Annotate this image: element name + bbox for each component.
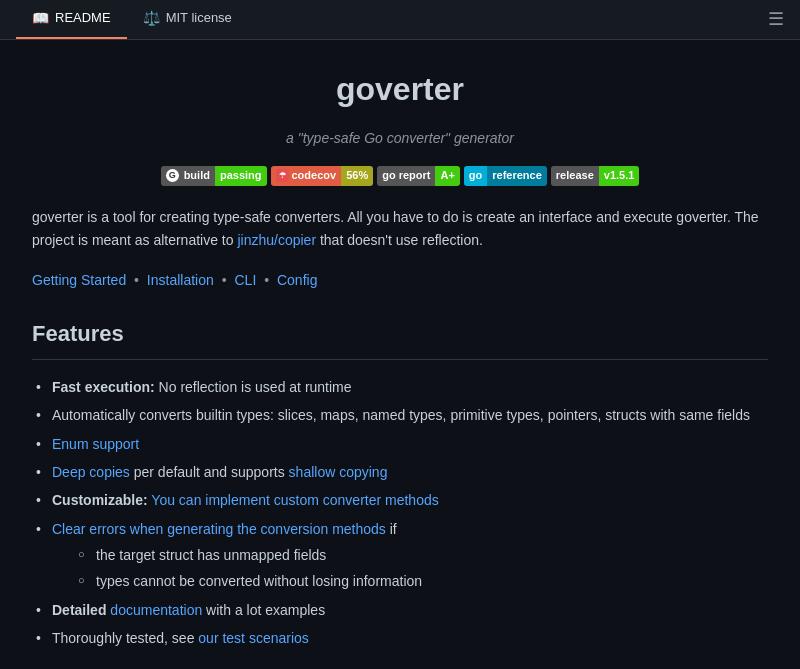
content-area: goverter a "type-safe Go converter" gene… <box>0 40 800 669</box>
description: goverter is a tool for creating type-saf… <box>32 206 768 254</box>
feature-item-4: Deep copies per default and supports sha… <box>32 461 768 483</box>
build-badge[interactable]: G build passing <box>161 166 267 186</box>
documentation-link[interactable]: documentation <box>110 602 202 618</box>
feature-6-sublist: the target struct has unmapped fields ty… <box>52 544 768 593</box>
tab-mit-license[interactable]: ⚖️ MIT license <box>127 0 248 39</box>
build-badge-left-text: build <box>184 167 210 185</box>
nav-links: Getting Started • Installation • CLI • C… <box>32 269 768 291</box>
sublist-item-1: the target struct has unmapped fields <box>76 544 768 566</box>
go-report-badge[interactable]: go report A+ <box>377 166 460 186</box>
go-reference-badge-left: go <box>464 166 487 186</box>
separator-2: • <box>222 272 231 288</box>
feature-7-text: with a lot examples <box>206 602 325 618</box>
codecov-icon: ☂ <box>276 169 289 182</box>
enum-support-link[interactable]: Enum support <box>52 436 139 452</box>
sublist-item-2: types cannot be converted without losing… <box>76 570 768 592</box>
github-icon: G <box>166 169 179 182</box>
go-reference-badge[interactable]: go reference <box>464 166 547 186</box>
description-text-after: that doesn't use reflection. <box>316 232 483 248</box>
release-badge[interactable]: release v1.5.1 <box>551 166 640 186</box>
custom-converter-link[interactable]: You can implement custom converter metho… <box>151 492 438 508</box>
clear-errors-link[interactable]: Clear errors when generating the convers… <box>52 521 386 537</box>
badges-container: G build passing ☂ codecov 56% go report … <box>32 166 768 186</box>
feature-item-6: Clear errors when generating the convers… <box>32 518 768 593</box>
sublist-1-text: the target struct has unmapped fields <box>96 547 326 563</box>
test-scenarios-link[interactable]: our test scenarios <box>198 630 309 646</box>
menu-icon[interactable]: ☰ <box>768 5 784 34</box>
repo-subtitle: a "type-safe Go converter" generator <box>32 127 768 149</box>
go-report-badge-left: go report <box>377 166 435 186</box>
features-section: Features Fast execution: No reflection i… <box>32 316 768 650</box>
feature-1-bold: Fast execution: <box>52 379 155 395</box>
top-bar: 📖 README ⚖️ MIT license ☰ <box>0 0 800 40</box>
go-reference-left-text: go <box>469 167 482 185</box>
sublist-2-text: types cannot be converted without losing… <box>96 573 422 589</box>
nav-config[interactable]: Config <box>277 272 317 288</box>
jinzhu-copier-link[interactable]: jinzhu/copier <box>237 232 316 248</box>
nav-installation[interactable]: Installation <box>147 272 214 288</box>
codecov-badge-left: ☂ codecov <box>271 166 342 186</box>
feature-item-3: Enum support <box>32 433 768 455</box>
tab-readme-label: README <box>55 8 111 29</box>
features-list: Fast execution: No reflection is used at… <box>32 376 768 650</box>
codecov-badge[interactable]: ☂ codecov 56% <box>271 166 374 186</box>
features-heading: Features <box>32 316 768 360</box>
feature-2-text: Automatically converts builtin types: sl… <box>52 407 750 423</box>
readme-icon: 📖 <box>32 7 49 29</box>
build-badge-right: passing <box>215 166 267 186</box>
tab-mit-license-label: MIT license <box>166 8 232 29</box>
feature-1-text: No reflection is used at runtime <box>159 379 352 395</box>
codecov-badge-left-text: codecov <box>292 167 337 185</box>
feature-item-7: Detailed documentation with a lot exampl… <box>32 599 768 621</box>
codecov-badge-right: 56% <box>341 166 373 186</box>
deep-copies-link[interactable]: Deep copies <box>52 464 130 480</box>
feature-item-2: Automatically converts builtin types: sl… <box>32 404 768 426</box>
go-report-badge-right: A+ <box>435 166 459 186</box>
build-badge-left: G build <box>161 166 215 186</box>
go-reference-badge-right: reference <box>487 166 547 186</box>
feature-item-5: Customizable: You can implement custom c… <box>32 489 768 511</box>
feature-8-text: Thoroughly tested, see <box>52 630 198 646</box>
tab-list: 📖 README ⚖️ MIT license <box>16 0 248 39</box>
feature-7-bold: Detailed <box>52 602 110 618</box>
nav-cli[interactable]: CLI <box>234 272 256 288</box>
shallow-copying-link[interactable]: shallow copying <box>289 464 388 480</box>
feature-4-text: per default and supports <box>134 464 289 480</box>
separator-1: • <box>134 272 143 288</box>
repo-title: goverter <box>32 64 768 115</box>
release-badge-right: v1.5.1 <box>599 166 640 186</box>
nav-getting-started[interactable]: Getting Started <box>32 272 126 288</box>
release-badge-left: release <box>551 166 599 186</box>
license-icon: ⚖️ <box>143 7 160 29</box>
feature-item-8: Thoroughly tested, see our test scenario… <box>32 627 768 649</box>
feature-item-1: Fast execution: No reflection is used at… <box>32 376 768 398</box>
separator-3: • <box>264 272 273 288</box>
tab-readme[interactable]: 📖 README <box>16 0 127 39</box>
feature-6-text: if <box>390 521 397 537</box>
feature-5-bold: Customizable: <box>52 492 148 508</box>
